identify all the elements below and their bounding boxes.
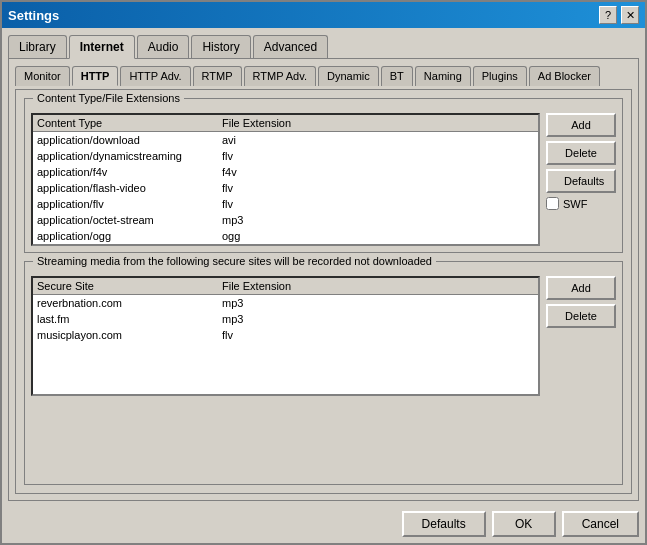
title-bar-right: ? ✕ — [599, 6, 639, 24]
main-content: Library Internet Audio History Advanced … — [2, 28, 645, 507]
content-type-delete-button[interactable]: Delete — [546, 141, 616, 165]
defaults-button[interactable]: Defaults — [402, 511, 486, 537]
title-bar: Settings ? ✕ — [2, 2, 645, 28]
streaming-col1-header: Secure Site — [37, 280, 222, 292]
list-item[interactable]: application/oggogg — [33, 228, 538, 244]
sub-tab-http[interactable]: HTTP — [72, 66, 119, 86]
sub-tab-naming[interactable]: Naming — [415, 66, 471, 86]
cancel-button[interactable]: Cancel — [562, 511, 639, 537]
main-tab-panel: Monitor HTTP HTTP Adv. RTMP RTMP Adv. Dy… — [8, 58, 639, 501]
window-title: Settings — [8, 8, 59, 23]
streaming-group: Streaming media from the following secur… — [24, 261, 623, 485]
sub-tab-dynamic[interactable]: Dynamic — [318, 66, 379, 86]
list-item[interactable]: last.fmmp3 — [33, 311, 538, 327]
list-item[interactable]: application/flvflv — [33, 196, 538, 212]
content-type-header: Content Type File Extension — [33, 115, 538, 132]
content-type-list-body[interactable]: application/downloadaviapplication/dynam… — [33, 132, 538, 244]
streaming-list[interactable]: Secure Site File Extension reverbnation.… — [31, 276, 540, 396]
swf-label: SWF — [563, 198, 587, 210]
content-type-title: Content Type/File Extensions — [33, 92, 184, 104]
content-type-content: Content Type File Extension application/… — [31, 113, 616, 246]
list-item[interactable]: application/downloadavi — [33, 132, 538, 148]
list-item[interactable]: application/flash-videoflv — [33, 180, 538, 196]
content-type-list[interactable]: Content Type File Extension application/… — [31, 113, 540, 246]
streaming-content: Secure Site File Extension reverbnation.… — [31, 276, 616, 478]
close-button[interactable]: ✕ — [621, 6, 639, 24]
sub-tab-panel: Content Type/File Extensions Content Typ… — [15, 89, 632, 494]
bottom-bar: Defaults OK Cancel — [2, 507, 645, 543]
content-type-col2-header: File Extension — [222, 117, 534, 129]
streaming-add-button[interactable]: Add — [546, 276, 616, 300]
tab-internet[interactable]: Internet — [69, 35, 135, 59]
list-item[interactable]: application/f4vf4v — [33, 164, 538, 180]
content-type-group: Content Type/File Extensions Content Typ… — [24, 98, 623, 253]
swf-checkbox-row: SWF — [546, 197, 616, 210]
ok-button[interactable]: OK — [492, 511, 556, 537]
sub-tab-rtmp-adv[interactable]: RTMP Adv. — [244, 66, 316, 86]
list-item[interactable]: application/dynamicstreamingflv — [33, 148, 538, 164]
sub-tab-rtmp[interactable]: RTMP — [193, 66, 242, 86]
content-type-col1-header: Content Type — [37, 117, 222, 129]
tab-audio[interactable]: Audio — [137, 35, 190, 59]
settings-window: Settings ? ✕ Library Internet Audio Hist… — [0, 0, 647, 545]
content-type-buttons: Add Delete Defaults SWF — [546, 113, 616, 246]
help-button[interactable]: ? — [599, 6, 617, 24]
list-item[interactable]: musicplayon.comflv — [33, 327, 538, 343]
streaming-title: Streaming media from the following secur… — [33, 255, 436, 267]
sub-tab-monitor[interactable]: Monitor — [15, 66, 70, 86]
streaming-col2-header: File Extension — [222, 280, 534, 292]
sub-tab-bt[interactable]: BT — [381, 66, 413, 86]
swf-checkbox[interactable] — [546, 197, 559, 210]
list-item[interactable]: application/octet-streammp3 — [33, 212, 538, 228]
streaming-list-body[interactable]: reverbnation.commp3last.fmmp3musicplayon… — [33, 295, 538, 394]
streaming-buttons: Add Delete — [546, 276, 616, 478]
content-type-add-button[interactable]: Add — [546, 113, 616, 137]
sub-tab-http-adv[interactable]: HTTP Adv. — [120, 66, 190, 86]
tab-advanced[interactable]: Advanced — [253, 35, 328, 59]
list-item[interactable]: reverbnation.commp3 — [33, 295, 538, 311]
streaming-delete-button[interactable]: Delete — [546, 304, 616, 328]
main-tab-bar: Library Internet Audio History Advanced — [8, 34, 639, 58]
streaming-header: Secure Site File Extension — [33, 278, 538, 295]
sub-tab-bar: Monitor HTTP HTTP Adv. RTMP RTMP Adv. Dy… — [15, 65, 632, 85]
tab-library[interactable]: Library — [8, 35, 67, 59]
tab-history[interactable]: History — [191, 35, 250, 59]
sub-tab-ad-blocker[interactable]: Ad Blocker — [529, 66, 600, 86]
title-bar-left: Settings — [8, 8, 59, 23]
sub-tab-plugins[interactable]: Plugins — [473, 66, 527, 86]
content-type-defaults-button[interactable]: Defaults — [546, 169, 616, 193]
